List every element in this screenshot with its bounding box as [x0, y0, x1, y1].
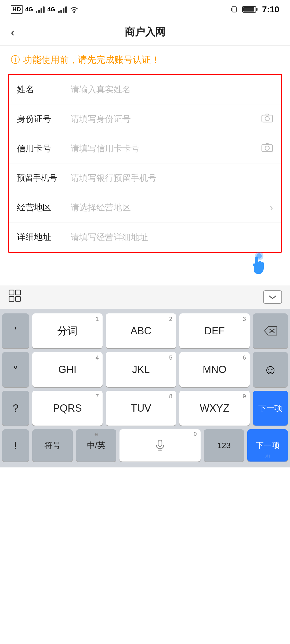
field-row-card: 信用卡号 — [9, 134, 281, 163]
label-card: 信用卡号 — [17, 143, 65, 155]
wifi-icon — [70, 6, 79, 13]
field-row-name: 姓名 — [9, 75, 281, 104]
notice-bar: ⓘ 功能使用前，请先完成账号认证！ — [0, 46, 290, 74]
keyboard-body: ' 1 分词 2 ABC 3 DEF ° — [0, 309, 290, 467]
label-region: 经营地区 — [17, 202, 65, 214]
key-exclaim[interactable]: ! — [2, 429, 29, 462]
keyboard-collapse-button[interactable] — [263, 290, 282, 304]
input-phone[interactable] — [65, 173, 273, 183]
svg-rect-2 — [231, 8, 232, 11]
camera-icon-id[interactable] — [261, 113, 273, 125]
key-tuv[interactable]: 8 TUV — [106, 391, 176, 426]
camera-icon-card[interactable] — [261, 142, 273, 155]
input-region: 请选择经营地区 — [65, 202, 270, 214]
field-row-region[interactable]: 经营地区 请选择经营地区 › — [9, 193, 281, 222]
hd-label: HD — [11, 5, 23, 14]
hand-cursor — [244, 250, 269, 281]
svg-rect-5 — [256, 8, 258, 11]
input-address[interactable] — [65, 232, 273, 242]
vibrate-icon — [230, 5, 238, 14]
key-def[interactable]: 3 DEF — [179, 313, 250, 348]
keyboard-row-2: ° 4 GHI 5 JKL 6 MNO ☺ — [2, 352, 288, 387]
time-display: 7:10 — [262, 5, 279, 14]
signal-bars-1 — [36, 6, 45, 13]
svg-rect-1 — [232, 7, 236, 12]
emoji-icon: ☺ — [263, 362, 277, 377]
key-jkl[interactable]: 5 JKL — [106, 352, 176, 387]
svg-rect-6 — [243, 7, 254, 12]
label-address: 详细地址 — [17, 231, 65, 243]
status-right: 7:10 — [230, 5, 279, 14]
battery-icon — [242, 5, 258, 13]
key-lang-switch[interactable]: ⊕ 中/英 — [76, 429, 117, 462]
key-degree[interactable]: ° — [2, 352, 29, 387]
cursor-area — [0, 253, 290, 285]
key-abc[interactable]: 2 ABC — [106, 313, 176, 348]
svg-rect-15 — [9, 297, 14, 301]
notice-icon: ⓘ — [11, 54, 20, 66]
key-backspace[interactable] — [253, 313, 288, 348]
svg-rect-19 — [158, 440, 162, 447]
key-symbol-btn[interactable]: 符号 — [32, 429, 73, 462]
svg-point-8 — [265, 116, 269, 121]
input-name[interactable] — [65, 85, 273, 94]
key-123[interactable]: 123 — [204, 429, 244, 462]
keyboard-row-3: ? 7 PQRS 8 TUV 9 WXYZ 下一项 — [2, 391, 288, 426]
key-next-2[interactable]: 下一项 Ai — [247, 429, 288, 462]
key-next-1[interactable]: 下一项 — [253, 391, 288, 426]
keyboard-grid-icon[interactable] — [8, 289, 21, 305]
status-bar: HD 4G 4G — [0, 0, 290, 19]
keyboard-row-1: ' 1 分词 2 ABC 3 DEF — [2, 313, 288, 348]
page-title: 商户入网 — [125, 25, 165, 39]
svg-point-10 — [265, 146, 269, 150]
back-button[interactable]: ‹ — [11, 25, 15, 39]
notice-text: 功能使用前，请先完成账号认证！ — [23, 54, 160, 66]
key-question[interactable]: ? — [2, 391, 29, 426]
signal-bars-2 — [58, 6, 67, 13]
form-container: 姓名 身份证号 信用卡号 预留手机号 经营地 — [8, 74, 282, 253]
key-space[interactable]: 0 — [119, 429, 200, 462]
key-pqrs[interactable]: 7 PQRS — [32, 391, 103, 426]
field-row-id: 身份证号 — [9, 104, 281, 134]
svg-rect-14 — [16, 290, 20, 295]
svg-rect-3 — [237, 8, 237, 11]
label-phone: 预留手机号 — [17, 173, 65, 184]
key-emoji[interactable]: ☺ — [253, 352, 288, 387]
label-id: 身份证号 — [17, 113, 65, 125]
key-wxyz[interactable]: 9 WXYZ — [179, 391, 250, 426]
page-header: ‹ 商户入网 — [0, 19, 290, 46]
input-id[interactable] — [65, 114, 261, 124]
svg-rect-16 — [16, 297, 20, 301]
key-apostrophe[interactable]: ' — [2, 313, 29, 348]
microphone-icon — [155, 440, 165, 451]
field-row-phone: 预留手机号 — [9, 163, 281, 193]
keyboard-row-4: ! 符号 ⊕ 中/英 0 123 下一项 Ai — [2, 429, 288, 462]
signal-4g-1: 4G — [25, 6, 33, 13]
svg-rect-13 — [9, 290, 14, 295]
signal-4g-2: 4G — [47, 6, 55, 13]
backspace-icon — [263, 325, 278, 336]
key-fenci[interactable]: 1 分词 — [32, 313, 103, 348]
ai-label: Ai — [265, 454, 270, 459]
globe-icon: ⊕ — [94, 431, 98, 437]
label-name: 姓名 — [17, 84, 65, 96]
input-card[interactable] — [65, 144, 261, 153]
key-mno[interactable]: 6 MNO — [179, 352, 250, 387]
keyboard-toolbar — [0, 285, 290, 309]
key-ghi[interactable]: 4 GHI — [32, 352, 103, 387]
svg-point-0 — [73, 11, 75, 13]
status-left: HD 4G 4G — [11, 5, 79, 14]
key-zero-label: 0 — [194, 431, 197, 437]
chevron-right-icon: › — [270, 202, 273, 213]
field-row-address: 详细地址 — [9, 222, 281, 252]
